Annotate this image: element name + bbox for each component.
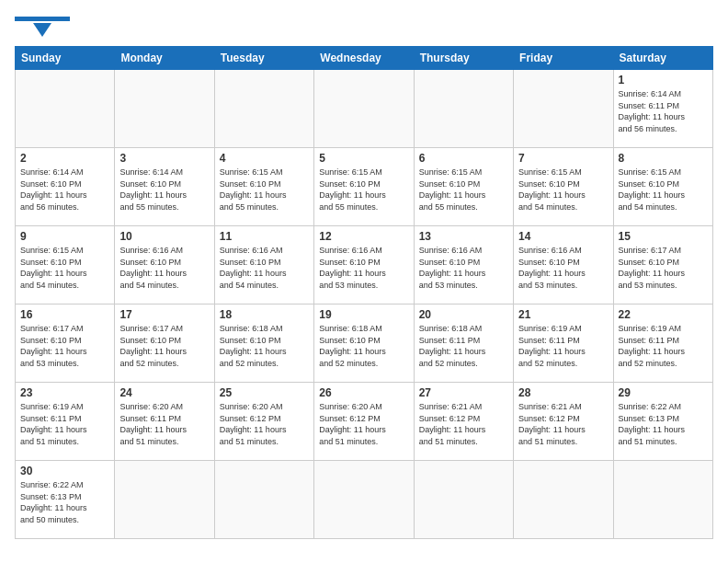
day-number: 23 [20, 386, 109, 399]
day-number: 6 [419, 152, 508, 165]
svg-rect-0 [15, 17, 70, 21]
calendar-cell: 1Sunrise: 6:14 AM Sunset: 6:11 PM Daylig… [613, 70, 712, 148]
calendar-cell: 9Sunrise: 6:15 AM Sunset: 6:10 PM Daylig… [16, 226, 115, 304]
calendar-week-row: 16Sunrise: 6:17 AM Sunset: 6:10 PM Dayli… [16, 304, 713, 383]
calendar-cell: 17Sunrise: 6:17 AM Sunset: 6:10 PM Dayli… [115, 304, 214, 383]
day-of-week-monday: Monday [115, 47, 214, 70]
day-info: Sunrise: 6:19 AM Sunset: 6:11 PM Dayligh… [619, 323, 708, 369]
calendar-cell: 3Sunrise: 6:14 AM Sunset: 6:10 PM Daylig… [115, 148, 214, 226]
calendar-cell: 26Sunrise: 6:20 AM Sunset: 6:12 PM Dayli… [314, 383, 414, 461]
day-of-week-friday: Friday [514, 47, 613, 70]
day-of-week-tuesday: Tuesday [214, 47, 313, 70]
logo-icon [15, 17, 70, 37]
calendar-cell: 24Sunrise: 6:20 AM Sunset: 6:11 PM Dayli… [115, 383, 214, 461]
day-info: Sunrise: 6:21 AM Sunset: 6:12 PM Dayligh… [419, 401, 508, 447]
day-number: 29 [619, 386, 708, 399]
calendar-cell: 23Sunrise: 6:19 AM Sunset: 6:11 PM Dayli… [16, 383, 115, 461]
day-number: 18 [220, 308, 309, 321]
day-info: Sunrise: 6:17 AM Sunset: 6:10 PM Dayligh… [119, 323, 209, 369]
day-info: Sunrise: 6:20 AM Sunset: 6:11 PM Dayligh… [119, 401, 209, 447]
calendar-cell: 28Sunrise: 6:21 AM Sunset: 6:12 PM Dayli… [514, 383, 613, 461]
day-number: 17 [119, 308, 209, 321]
day-info: Sunrise: 6:18 AM Sunset: 6:11 PM Dayligh… [419, 323, 508, 369]
calendar-cell: 20Sunrise: 6:18 AM Sunset: 6:11 PM Dayli… [414, 304, 513, 383]
calendar-cell: 16Sunrise: 6:17 AM Sunset: 6:10 PM Dayli… [16, 304, 115, 383]
calendar-cell: 5Sunrise: 6:15 AM Sunset: 6:10 PM Daylig… [314, 148, 414, 226]
calendar-cell: 15Sunrise: 6:17 AM Sunset: 6:10 PM Dayli… [613, 226, 712, 304]
calendar-cell [314, 461, 414, 539]
day-info: Sunrise: 6:22 AM Sunset: 6:13 PM Dayligh… [619, 401, 708, 447]
day-number: 21 [518, 308, 608, 321]
calendar-cell: 7Sunrise: 6:15 AM Sunset: 6:10 PM Daylig… [514, 148, 613, 226]
calendar-table: SundayMondayTuesdayWednesdayThursdayFrid… [15, 46, 713, 539]
calendar-cell: 12Sunrise: 6:16 AM Sunset: 6:10 PM Dayli… [314, 226, 414, 304]
day-info: Sunrise: 6:15 AM Sunset: 6:10 PM Dayligh… [419, 167, 508, 213]
day-number: 9 [20, 230, 109, 243]
day-number: 16 [20, 308, 109, 321]
day-number: 19 [319, 308, 408, 321]
day-of-week-wednesday: Wednesday [314, 47, 414, 70]
calendar-cell: 8Sunrise: 6:15 AM Sunset: 6:10 PM Daylig… [613, 148, 712, 226]
day-info: Sunrise: 6:17 AM Sunset: 6:10 PM Dayligh… [20, 323, 109, 369]
day-number: 25 [220, 386, 309, 399]
day-info: Sunrise: 6:18 AM Sunset: 6:10 PM Dayligh… [220, 323, 309, 369]
day-number: 10 [119, 230, 209, 243]
calendar-cell: 4Sunrise: 6:15 AM Sunset: 6:10 PM Daylig… [214, 148, 313, 226]
calendar-cell: 25Sunrise: 6:20 AM Sunset: 6:12 PM Dayli… [214, 383, 313, 461]
day-number: 12 [319, 230, 408, 243]
calendar-cell [514, 461, 613, 539]
calendar-cell: 10Sunrise: 6:16 AM Sunset: 6:10 PM Dayli… [115, 226, 214, 304]
day-number: 15 [619, 230, 708, 243]
day-info: Sunrise: 6:15 AM Sunset: 6:10 PM Dayligh… [319, 167, 408, 213]
calendar-cell [414, 70, 513, 148]
day-info: Sunrise: 6:16 AM Sunset: 6:10 PM Dayligh… [419, 245, 508, 291]
day-number: 27 [419, 386, 508, 399]
calendar-cell: 2Sunrise: 6:14 AM Sunset: 6:10 PM Daylig… [16, 148, 115, 226]
day-number: 30 [20, 465, 109, 477]
day-info: Sunrise: 6:14 AM Sunset: 6:11 PM Dayligh… [619, 88, 708, 134]
day-number: 20 [419, 308, 508, 321]
calendar-cell: 11Sunrise: 6:16 AM Sunset: 6:10 PM Dayli… [214, 226, 313, 304]
day-number: 4 [220, 152, 309, 165]
calendar-cell: 30Sunrise: 6:22 AM Sunset: 6:13 PM Dayli… [16, 461, 115, 539]
calendar-cell [115, 70, 214, 148]
calendar-cell [613, 461, 712, 539]
day-info: Sunrise: 6:16 AM Sunset: 6:10 PM Dayligh… [119, 245, 209, 291]
calendar-week-row: 9Sunrise: 6:15 AM Sunset: 6:10 PM Daylig… [16, 226, 713, 304]
day-info: Sunrise: 6:16 AM Sunset: 6:10 PM Dayligh… [220, 245, 309, 291]
calendar-cell: 18Sunrise: 6:18 AM Sunset: 6:10 PM Dayli… [214, 304, 313, 383]
day-info: Sunrise: 6:19 AM Sunset: 6:11 PM Dayligh… [518, 323, 608, 369]
day-number: 2 [20, 152, 109, 165]
day-info: Sunrise: 6:20 AM Sunset: 6:12 PM Dayligh… [220, 401, 309, 447]
day-number: 8 [619, 152, 708, 165]
calendar-cell: 6Sunrise: 6:15 AM Sunset: 6:10 PM Daylig… [414, 148, 513, 226]
day-of-week-thursday: Thursday [414, 47, 513, 70]
day-info: Sunrise: 6:22 AM Sunset: 6:13 PM Dayligh… [20, 479, 109, 525]
day-of-week-sunday: Sunday [16, 47, 115, 70]
day-info: Sunrise: 6:17 AM Sunset: 6:10 PM Dayligh… [619, 245, 708, 291]
day-of-week-saturday: Saturday [613, 47, 712, 70]
calendar-week-row: 30Sunrise: 6:22 AM Sunset: 6:13 PM Dayli… [16, 461, 713, 539]
day-info: Sunrise: 6:21 AM Sunset: 6:12 PM Dayligh… [518, 401, 608, 447]
day-info: Sunrise: 6:15 AM Sunset: 6:10 PM Dayligh… [518, 167, 608, 213]
calendar-week-row: 23Sunrise: 6:19 AM Sunset: 6:11 PM Dayli… [16, 383, 713, 461]
day-info: Sunrise: 6:15 AM Sunset: 6:10 PM Dayligh… [619, 167, 708, 213]
calendar-cell [115, 461, 214, 539]
day-number: 14 [518, 230, 608, 243]
calendar-cell: 27Sunrise: 6:21 AM Sunset: 6:12 PM Dayli… [414, 383, 513, 461]
day-number: 11 [220, 230, 309, 243]
logo-text-group [15, 15, 70, 37]
day-info: Sunrise: 6:20 AM Sunset: 6:12 PM Dayligh… [319, 401, 408, 447]
calendar-cell: 22Sunrise: 6:19 AM Sunset: 6:11 PM Dayli… [613, 304, 712, 383]
day-info: Sunrise: 6:16 AM Sunset: 6:10 PM Dayligh… [518, 245, 608, 291]
day-number: 7 [518, 152, 608, 165]
calendar-cell [214, 461, 313, 539]
day-number: 1 [619, 74, 708, 86]
day-info: Sunrise: 6:19 AM Sunset: 6:11 PM Dayligh… [20, 401, 109, 447]
day-info: Sunrise: 6:14 AM Sunset: 6:10 PM Dayligh… [119, 167, 209, 213]
day-number: 26 [319, 386, 408, 399]
calendar-cell [414, 461, 513, 539]
calendar-cell: 29Sunrise: 6:22 AM Sunset: 6:13 PM Dayli… [613, 383, 712, 461]
day-info: Sunrise: 6:15 AM Sunset: 6:10 PM Dayligh… [20, 245, 109, 291]
calendar-cell [314, 70, 414, 148]
